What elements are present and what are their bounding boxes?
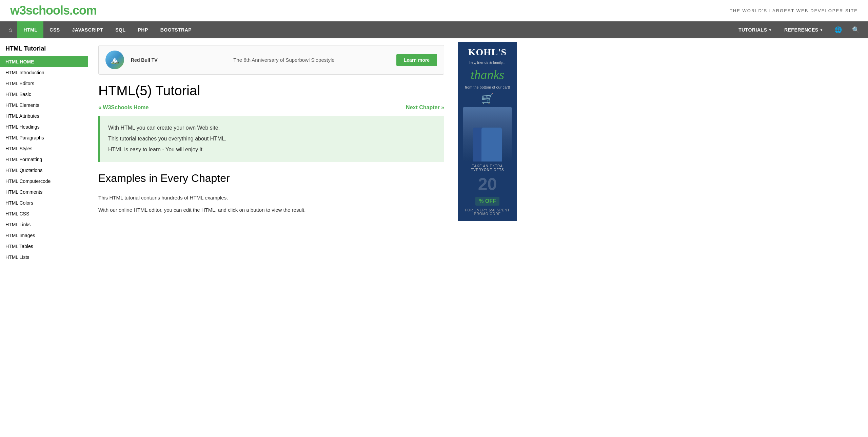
intro-line-1: With HTML you can create your own Web si… [108,122,436,133]
sidebar: HTML Tutorial HTML HOME HTML Introductio… [0,38,88,437]
kohls-ad: KOHL'S hey, friends & family... thanks f… [458,42,517,221]
kohls-thanks: thanks [471,67,504,82]
page-title: HTML(5) Tutorial [98,83,444,98]
sidebar-item-html-comments[interactable]: HTML Comments [0,187,88,197]
sidebar-item-html-basic[interactable]: HTML Basic [0,89,88,100]
sidebar-item-html-css[interactable]: HTML CSS [0,208,88,219]
kohls-sub: from the bottom of our cart! [465,85,510,90]
sidebar-item-html-colors[interactable]: HTML Colors [0,197,88,208]
kohls-tagline: hey, friends & family... [469,60,506,64]
intro-line-3: HTML is easy to learn - You will enjoy i… [108,144,436,155]
intro-box: With HTML you can create your own Web si… [98,116,444,162]
sidebar-item-html-quotations[interactable]: HTML Quotations [0,165,88,176]
nav-home-button[interactable]: ⌂ [3,21,17,38]
intro-line-2: This tutorial teaches you everything abo… [108,133,436,144]
right-ad-panel: KOHL'S hey, friends & family... thanks f… [454,38,520,437]
kohls-cart-icon: 🛒 [481,93,494,104]
nav-search-button[interactable]: 🔍 [847,21,865,38]
content-area: 🏔️ Red Bull TV The 6th Anniversary of Su… [88,38,454,437]
kohls-discount: 20 [478,174,497,194]
nav-tutorials-dropdown[interactable]: TUTORIALS ▼ [732,21,778,38]
kohls-off-label: % OFF [475,197,499,206]
nav-globe-button[interactable]: 🌐 [829,21,847,38]
prev-chapter-link[interactable]: « W3Schools Home [98,104,149,111]
section1-text2: With our online HTML editor, you can edi… [98,206,444,214]
section1-title: Examples in Every Chapter [98,172,444,188]
kohls-promo: TAKE AN EXTRAEVERYONE GETS [471,164,504,172]
kohls-logo: KOHL'S [468,47,507,58]
sidebar-item-html-editors[interactable]: HTML Editors [0,78,88,89]
sidebar-item-html-home[interactable]: HTML HOME [0,56,88,67]
ad-text: The 6th Anniversary of Superbowl Slopest… [178,56,390,63]
nav-item-bootstrap[interactable]: BOOTSTRAP [154,21,198,38]
sidebar-item-html-links[interactable]: HTML Links [0,219,88,230]
top-header: w3schools.com THE WORLD'S LARGEST WEB DE… [0,0,868,21]
chapter-navigation: « W3Schools Home Next Chapter » [98,104,444,111]
sidebar-item-html-headings[interactable]: HTML Headings [0,121,88,132]
nav-item-javascript[interactable]: JAVASCRIPT [66,21,110,38]
ad-brand: Red Bull TV [131,57,172,63]
logo-com: .com [70,3,97,17]
nav-item-sql[interactable]: SQL [109,21,132,38]
sidebar-item-html-attributes[interactable]: HTML Attributes [0,111,88,121]
nav-item-php[interactable]: PHP [132,21,154,38]
kohls-promo2: FOR EVERY $50 SPENTPROMO CODE [465,208,510,216]
sidebar-title: HTML Tutorial [0,42,88,56]
next-chapter-link[interactable]: Next Chapter » [406,104,444,111]
ad-thumbnail: 🏔️ [105,51,124,69]
jeans-right [481,128,502,162]
nav-item-html[interactable]: HTML [17,21,43,38]
sidebar-item-html-tables[interactable]: HTML Tables [0,241,88,252]
ad-learn-more-button[interactable]: Learn more [396,54,437,66]
main-layout: HTML Tutorial HTML HOME HTML Introductio… [0,38,868,437]
nav-item-css[interactable]: CSS [43,21,66,38]
logo[interactable]: w3schools.com [10,3,97,18]
site-tagline: THE WORLD'S LARGEST WEB DEVELOPER SITE [730,8,858,13]
ad-banner: 🏔️ Red Bull TV The 6th Anniversary of Su… [98,45,444,75]
sidebar-item-html-introduction[interactable]: HTML Introduction [0,67,88,78]
sidebar-item-html-formatting[interactable]: HTML Formatting [0,154,88,165]
sidebar-item-html-images[interactable]: HTML Images [0,230,88,241]
nav-references-dropdown[interactable]: REFERENCES ▼ [778,21,829,38]
kohls-jeans-image [463,107,512,162]
logo-w3: w3schools [10,3,70,17]
section1-text1: This HTML tutorial contains hundreds of … [98,193,444,202]
sidebar-item-html-lists[interactable]: HTML Lists [0,252,88,263]
sidebar-item-html-computercode[interactable]: HTML Computercode [0,176,88,187]
sidebar-item-html-elements[interactable]: HTML Elements [0,100,88,111]
navbar: ⌂ HTML CSS JAVASCRIPT SQL PHP BOOTSTRAP … [0,21,868,38]
sidebar-item-html-paragraphs[interactable]: HTML Paragraphs [0,132,88,143]
sidebar-item-html-styles[interactable]: HTML Styles [0,143,88,154]
